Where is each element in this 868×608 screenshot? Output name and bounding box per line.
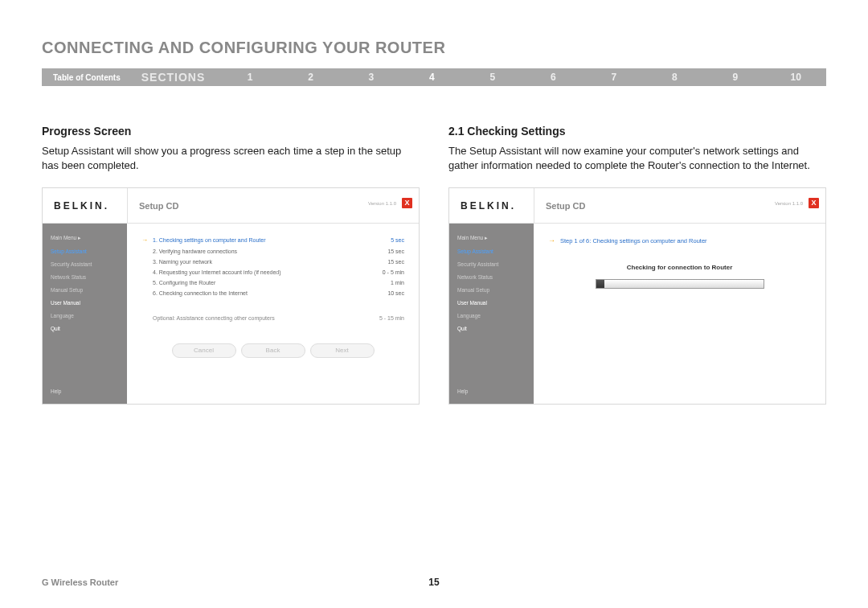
sections-label: SECTIONS [132, 71, 220, 84]
step-5: 5. Configuring the Router 1 min [141, 280, 404, 286]
sidebar-user-manual[interactable]: User Manual [51, 300, 127, 306]
right-column: 2.1 Checking Settings The Setup Assistan… [448, 125, 826, 405]
sidebar-setup-assistant[interactable]: Setup Assistant [457, 249, 534, 254]
progress-fill [596, 280, 604, 288]
sidebar-user-manual[interactable]: User Manual [457, 300, 534, 306]
step-indicator: → Step 1 of 6: Checking settings on comp… [548, 236, 811, 244]
back-button[interactable]: Back [241, 343, 305, 358]
sidebar-manual-setup[interactable]: Manual Setup [51, 287, 127, 293]
step-6: 6. Checking connection to the Internet 1… [141, 290, 404, 296]
sidebar-language[interactable]: Language [457, 313, 534, 318]
version-label: Version 1.1.0 [775, 201, 803, 206]
optional-step: Optional: Assistance connecting other co… [141, 315, 404, 321]
section-1[interactable]: 1 [219, 72, 280, 83]
cancel-button[interactable]: Cancel [172, 343, 236, 358]
version-label: Version 1.1.0 [368, 201, 396, 206]
section-6[interactable]: 6 [523, 72, 583, 83]
section-5[interactable]: 5 [462, 72, 522, 83]
setup-cd-label: Setup CD [127, 188, 179, 223]
page-number: 15 [428, 577, 439, 588]
section-9[interactable]: 9 [705, 72, 765, 83]
right-paragraph: The Setup Assistant will now examine you… [448, 144, 826, 173]
section-8[interactable]: 8 [645, 72, 705, 83]
toc-link[interactable]: Table of Contents [42, 73, 132, 82]
sidebar-main-menu[interactable]: Main Menu ▸ [457, 235, 534, 241]
sidebar-quit[interactable]: Quit [457, 326, 534, 331]
close-icon[interactable]: X [809, 198, 819, 208]
checking-title: Checking for connection to Router [548, 264, 811, 271]
app-content: → Step 1 of 6: Checking settings on comp… [534, 224, 825, 404]
section-navbar: Table of Contents SECTIONS 1 2 3 4 5 6 7… [42, 68, 826, 86]
belkin-logo: BELKIN. [449, 200, 534, 212]
sidebar-manual-setup[interactable]: Manual Setup [457, 287, 534, 293]
progress-screenshot: BELKIN. Setup CD Version 1.1.0 X Main Me… [42, 187, 420, 405]
step-4: 4. Requesting your Internet account info… [141, 269, 404, 275]
left-paragraph: Setup Assistant will show you a progress… [42, 144, 420, 173]
left-column: Progress Screen Setup Assistant will sho… [42, 125, 420, 405]
sidebar-setup-assistant[interactable]: Setup Assistant [51, 249, 127, 254]
setup-cd-label: Setup CD [534, 188, 586, 223]
belkin-logo: BELKIN. [43, 200, 127, 212]
arrow-icon: → [548, 236, 555, 244]
section-2[interactable]: 2 [280, 72, 341, 83]
sidebar-network-status[interactable]: Network Status [51, 274, 127, 280]
step-3: 3. Naming your network 15 sec [141, 259, 404, 265]
sidebar-language[interactable]: Language [51, 313, 127, 318]
sidebar-help[interactable]: Help [51, 388, 127, 394]
close-icon[interactable]: X [402, 198, 412, 208]
next-button[interactable]: Next [310, 343, 375, 358]
left-heading: Progress Screen [42, 125, 420, 138]
step-1: → 1. Checking settings on computer and R… [141, 236, 404, 244]
sidebar-security-assistant[interactable]: Security Assistant [457, 261, 534, 267]
sidebar-network-status[interactable]: Network Status [457, 274, 534, 280]
app-sidebar: Main Menu ▸ Setup Assistant Security Ass… [449, 224, 534, 404]
product-name: G Wireless Router [42, 577, 118, 587]
section-10[interactable]: 10 [766, 72, 826, 83]
section-4[interactable]: 4 [402, 72, 462, 83]
sidebar-quit[interactable]: Quit [51, 326, 127, 331]
sidebar-security-assistant[interactable]: Security Assistant [51, 261, 127, 267]
section-7[interactable]: 7 [583, 72, 644, 83]
sidebar-help[interactable]: Help [457, 388, 534, 394]
page-title: CONNECTING AND CONFIGURING YOUR ROUTER [42, 39, 826, 57]
sidebar-main-menu[interactable]: Main Menu ▸ [51, 235, 127, 241]
progress-bar [596, 279, 764, 289]
checking-screenshot: BELKIN. Setup CD Version 1.1.0 X Main Me… [448, 187, 826, 405]
page-footer: G Wireless Router 15 [42, 577, 826, 587]
right-heading: 2.1 Checking Settings [448, 125, 826, 138]
app-sidebar: Main Menu ▸ Setup Assistant Security Ass… [43, 224, 127, 404]
app-content: → 1. Checking settings on computer and R… [127, 224, 419, 404]
section-3[interactable]: 3 [341, 72, 401, 83]
step-2: 2. Verifying hardware connections 15 sec [141, 249, 404, 254]
arrow-icon: → [141, 236, 153, 244]
